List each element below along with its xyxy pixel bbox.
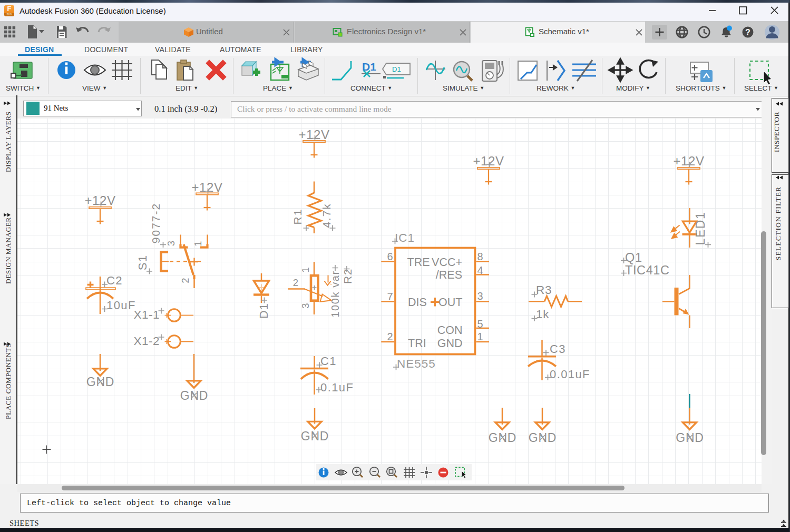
svg-text:C2: C2 bbox=[106, 274, 123, 287]
svg-text:+12V: +12V bbox=[473, 154, 504, 168]
svg-text:S1: S1 bbox=[136, 255, 149, 270]
svg-text:TIC41C: TIC41C bbox=[625, 263, 670, 277]
svg-text:1: 1 bbox=[477, 331, 483, 342]
svg-text:R3: R3 bbox=[536, 283, 552, 297]
svg-text:D1: D1 bbox=[258, 303, 270, 319]
svg-text:VCC+: VCC+ bbox=[432, 256, 462, 269]
svg-text:2: 2 bbox=[293, 277, 298, 288]
svg-text:3: 3 bbox=[477, 290, 483, 302]
svg-text:NE555: NE555 bbox=[397, 357, 436, 370]
svg-text:0.1uF: 0.1uF bbox=[320, 381, 354, 394]
svg-text:2: 2 bbox=[387, 331, 393, 342]
svg-text:TRI: TRI bbox=[408, 337, 426, 350]
svg-text:TRE: TRE bbox=[407, 256, 430, 269]
svg-text:?: ? bbox=[745, 28, 750, 37]
svg-text:+12V: +12V bbox=[673, 154, 704, 168]
svg-text:5: 5 bbox=[477, 318, 483, 330]
svg-text:8: 8 bbox=[477, 251, 483, 262]
svg-text:0.01uF: 0.01uF bbox=[550, 368, 590, 381]
svg-text:X1-2: X1-2 bbox=[133, 334, 160, 348]
svg-text:R1: R1 bbox=[291, 209, 304, 225]
svg-text:Q1: Q1 bbox=[625, 251, 642, 264]
svg-text:6: 6 bbox=[387, 251, 393, 262]
svg-text:4: 4 bbox=[477, 264, 483, 276]
svg-text:OUT: OUT bbox=[438, 296, 462, 309]
svg-text:LED1: LED1 bbox=[694, 212, 707, 245]
svg-text:1: 1 bbox=[192, 241, 203, 247]
svg-text:9077-2: 9077-2 bbox=[150, 203, 162, 243]
svg-text:1: 1 bbox=[300, 267, 311, 272]
svg-text:DIS: DIS bbox=[408, 296, 427, 309]
svg-text:+12V: +12V bbox=[298, 127, 329, 142]
svg-text:CON: CON bbox=[437, 324, 463, 337]
svg-text:D1: D1 bbox=[392, 65, 401, 73]
svg-text:+12V: +12V bbox=[84, 193, 115, 208]
svg-text:C1: C1 bbox=[320, 354, 337, 368]
svg-text:10uF: 10uF bbox=[106, 299, 136, 312]
svg-text:1k: 1k bbox=[536, 308, 549, 321]
svg-text:/RES: /RES bbox=[436, 269, 462, 281]
svg-text:2: 2 bbox=[180, 278, 191, 283]
svg-text:3: 3 bbox=[300, 303, 311, 308]
svg-text:GND: GND bbox=[437, 337, 463, 350]
svg-text:X1-1: X1-1 bbox=[133, 308, 160, 321]
svg-text:3: 3 bbox=[165, 241, 177, 246]
svg-text:C3: C3 bbox=[550, 342, 566, 356]
svg-text:R2: R2 bbox=[342, 268, 354, 284]
svg-text:7: 7 bbox=[387, 291, 393, 302]
svg-text:100k var: 100k var bbox=[329, 270, 341, 318]
svg-text:IC1: IC1 bbox=[395, 231, 415, 244]
svg-text:4.7k: 4.7k bbox=[320, 203, 333, 228]
svg-text:+12V: +12V bbox=[191, 180, 222, 194]
